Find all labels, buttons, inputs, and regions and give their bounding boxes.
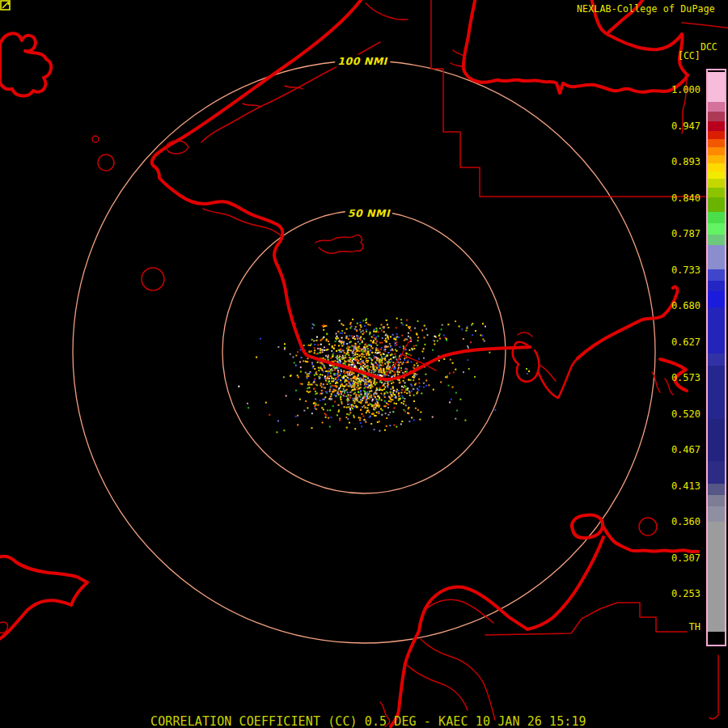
lake-bottom-right xyxy=(572,515,603,538)
coastline-br-shore xyxy=(603,526,698,552)
product-caption: CORRELATION COEFFICIENT (CC) 0.5 DEG - K… xyxy=(150,714,586,728)
scale-tick-label: 0.947 xyxy=(639,121,700,133)
colorbar-band xyxy=(708,522,725,632)
scale-tick-label: 0.413 xyxy=(639,480,700,493)
radar-map-canvas[interactable] xyxy=(0,0,728,728)
scale-tick-label: 0.520 xyxy=(639,408,700,421)
range-ring-label-100nmi: 100 NMI xyxy=(335,55,390,67)
colorbar-band xyxy=(708,506,725,522)
coast-detail-hook-loop xyxy=(167,141,188,154)
scale-tick-label: 0.840 xyxy=(639,193,700,205)
site-title: NEXLAB-College of DuPage xyxy=(577,3,715,15)
units-label: [CC] xyxy=(678,50,700,61)
lake-blob-west-small xyxy=(92,136,99,142)
dome-tail-rivers xyxy=(407,639,495,720)
color-scale-bar xyxy=(706,69,726,646)
colorbar-band xyxy=(708,121,725,131)
colorbar-band xyxy=(708,281,725,291)
colorbar-band xyxy=(708,353,725,366)
bl-arrow-inner-detail xyxy=(0,622,7,633)
colorbar-band xyxy=(708,171,725,179)
scale-tick-label: 0.467 xyxy=(639,444,700,456)
colorbar-band xyxy=(708,139,725,147)
lake-circle-west xyxy=(98,154,114,171)
boundary-vertical-bottom-right xyxy=(709,655,718,719)
coastline-bl-arrow xyxy=(0,557,87,641)
colorbar-band xyxy=(708,155,725,163)
colorbar-band xyxy=(708,307,725,353)
colorbar-band xyxy=(708,366,725,419)
colorbar-band xyxy=(708,102,725,112)
coast-detail-near-50nmi xyxy=(315,235,363,254)
lake-circle-center-west xyxy=(142,268,164,290)
coastline-north-bay-west-wall xyxy=(463,0,478,82)
colorbar-band xyxy=(708,269,725,281)
scale-tick-label: 1.000 xyxy=(639,84,700,96)
scale-tick-label: 0.307 xyxy=(639,552,700,565)
colorbar-band xyxy=(708,112,725,121)
scale-tick-label: 0.893 xyxy=(639,156,700,168)
radar-display[interactable]: NEXLAB-College of DuPage DCC [CC] 100 NM… xyxy=(0,0,728,728)
colorbar-band xyxy=(708,212,725,223)
scale-tick-label: 0.627 xyxy=(639,336,700,349)
dome-inner-detail xyxy=(427,599,493,623)
colorbar-band xyxy=(708,147,725,155)
scale-tick-label: 0.360 xyxy=(639,516,700,528)
colorbar-band xyxy=(708,131,725,139)
scale-tick-label: 0.733 xyxy=(639,265,700,277)
coastline-nw-island xyxy=(0,33,51,95)
colorbar-band xyxy=(708,197,725,212)
scale-tick-label: 0.787 xyxy=(639,228,700,240)
product-code-label: DCC xyxy=(700,41,717,53)
colorbar-band xyxy=(708,291,725,307)
colorbar-band xyxy=(708,419,725,461)
colorbar-band xyxy=(708,484,725,495)
scale-tick-label: 0.680 xyxy=(639,300,700,312)
coastline-br-diagonal xyxy=(527,537,603,629)
colorbar-band xyxy=(708,188,725,197)
coast-thin-top-center xyxy=(366,3,408,19)
colorbar-band xyxy=(708,163,725,171)
coastline-br-dome xyxy=(391,587,527,726)
colorbar-band xyxy=(708,632,725,645)
colorbar-band xyxy=(708,245,725,269)
range-ring-label-50nmi: 50 NMI xyxy=(345,207,392,219)
dupage-logo-icon xyxy=(0,0,11,11)
coastline-bay-loop xyxy=(513,342,578,398)
colorbar-band xyxy=(708,495,725,506)
colorbar-band xyxy=(708,461,725,484)
colorbar-band xyxy=(708,223,725,235)
scale-tick-label: 0.253 xyxy=(639,588,700,600)
radar-echo-layer xyxy=(238,318,530,434)
coast-thin-top-right xyxy=(682,23,728,28)
colorbar-band xyxy=(708,72,725,102)
colorbar-band xyxy=(708,179,725,188)
scale-tick-label: 0.573 xyxy=(639,372,700,384)
threshold-label: TH xyxy=(639,621,700,633)
colorbar-band xyxy=(708,235,725,245)
